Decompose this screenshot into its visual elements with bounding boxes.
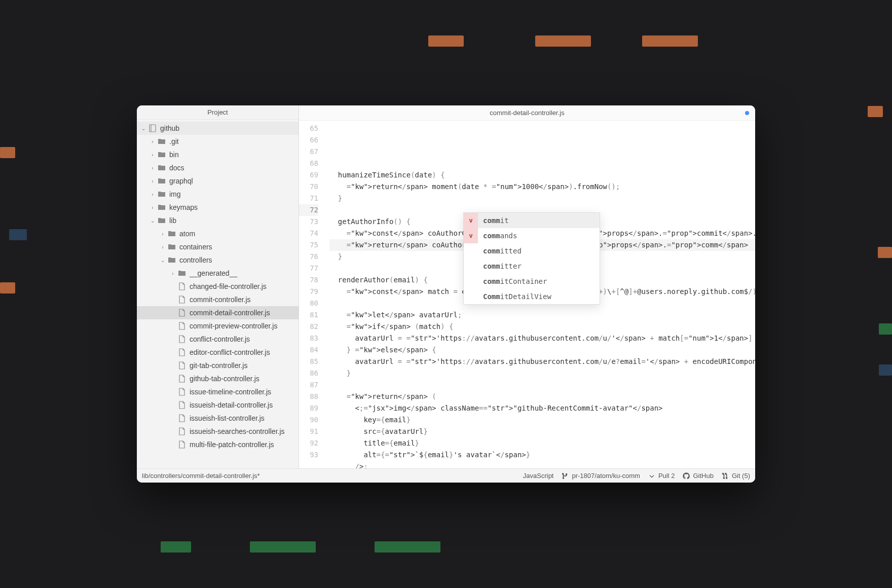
tree-folder[interactable]: ⌄github — [137, 122, 299, 135]
code-line[interactable]: ="kw">return</span> ( — [329, 391, 755, 402]
svg-rect-0 — [150, 125, 156, 132]
status-language[interactable]: JavaScript — [523, 472, 554, 480]
tree-folder[interactable]: ›atom — [137, 227, 299, 240]
code-area[interactable]: 6566676869707172737475767778798081828384… — [299, 121, 755, 468]
tree-folder[interactable]: ›containers — [137, 240, 299, 253]
tree-folder[interactable]: ›keymaps — [137, 201, 299, 214]
disclosure-icon[interactable]: › — [149, 165, 156, 171]
tree-label: multi-file-patch-controller.js — [190, 440, 274, 449]
status-pull[interactable]: Pull 2 — [648, 472, 675, 480]
code-line[interactable]: title={email} — [329, 437, 755, 449]
disclosure-icon[interactable]: › — [159, 244, 166, 250]
code-line[interactable]: ="kw">if</span> (match) { — [329, 321, 755, 333]
tree-label: atom — [179, 230, 195, 238]
bg-decor — [161, 541, 191, 553]
code-line[interactable]: src={avatarUrl} — [329, 426, 755, 437]
autocomplete-item[interactable]: committed — [464, 243, 600, 259]
folder-icon — [167, 229, 176, 238]
tree-file[interactable]: issueish-searches-controller.js — [137, 425, 299, 438]
autocomplete-item[interactable]: vcommit — [464, 213, 600, 228]
autocomplete-label: commitContainer — [483, 276, 547, 287]
tree-label: git-tab-controller.js — [190, 361, 247, 370]
autocomplete-item[interactable]: CommitDetailView — [464, 289, 600, 304]
status-github-label: GitHub — [693, 472, 713, 480]
folder-icon — [157, 203, 166, 212]
bg-decor — [878, 247, 892, 258]
folder-icon — [167, 242, 176, 251]
disclosure-icon[interactable]: › — [149, 178, 156, 184]
file-icon — [177, 335, 187, 344]
status-git[interactable]: Git (5) — [722, 472, 750, 480]
code-content[interactable]: humanizeTimeSince(date) { ="kw">return</… — [323, 121, 755, 468]
code-line[interactable]: ="kw">return</span> moment(date * ="num"… — [329, 181, 755, 193]
disclosure-icon[interactable]: › — [149, 152, 156, 158]
tree-folder[interactable]: ›docs — [137, 161, 299, 174]
status-file-path[interactable]: lib/controllers/commit-detail-controller… — [142, 472, 515, 480]
status-github[interactable]: GitHub — [683, 472, 713, 480]
folder-icon — [157, 163, 166, 172]
autocomplete-item[interactable]: commitContainer — [464, 274, 600, 289]
tree-folder[interactable]: ⌄controllers — [137, 253, 299, 267]
tree-folder[interactable]: ›graphql — [137, 174, 299, 188]
code-line[interactable]: } ="kw">else</span> { — [329, 344, 755, 356]
code-line[interactable]: } — [329, 368, 755, 379]
tree-file[interactable]: commit-controller.js — [137, 293, 299, 306]
code-line[interactable]: alt={="str">`${email}'s avatar`</span>} — [329, 449, 755, 461]
code-line[interactable]: humanizeTimeSince(date) { — [329, 169, 755, 181]
tree-label: issueish-searches-controller.js — [190, 427, 285, 435]
code-line[interactable]: key={email} — [329, 414, 755, 426]
autocomplete-item[interactable]: committer — [464, 259, 600, 274]
status-branch[interactable]: pr-1807/atom/ku-comm — [562, 472, 640, 480]
file-icon — [177, 282, 187, 291]
tree-file[interactable]: git-tab-controller.js — [137, 359, 299, 372]
code-line[interactable]: avatarUrl = ="str">'https://avatars.gith… — [329, 356, 755, 368]
disclosure-icon[interactable]: › — [159, 231, 166, 237]
tree-label: graphql — [169, 177, 193, 185]
code-line[interactable]: } — [329, 193, 755, 204]
tree-file[interactable]: changed-file-controller.js — [137, 280, 299, 293]
tree-label: controllers — [179, 256, 212, 264]
tree-file[interactable]: issue-timeline-controller.js — [137, 385, 299, 398]
file-tree[interactable]: ⌄github›.git›bin›docs›graphql›img›keymap… — [137, 120, 299, 468]
tree-folder[interactable]: ›__generated__ — [137, 267, 299, 280]
tree-folder[interactable]: ⌄lib — [137, 214, 299, 227]
tree-file[interactable]: issueish-list-controller.js — [137, 412, 299, 425]
disclosure-icon[interactable]: › — [149, 205, 156, 210]
tree-folder[interactable]: ›bin — [137, 148, 299, 161]
tab-bar[interactable]: commit-detail-controller.js — [299, 105, 755, 121]
code-line[interactable]: ="kw">let</span> avatarUrl; — [329, 309, 755, 321]
disclosure-icon[interactable]: › — [149, 192, 156, 197]
autocomplete-item[interactable]: vcommands — [464, 228, 600, 243]
tree-folder[interactable]: ›img — [137, 188, 299, 201]
tree-label: github-tab-controller.js — [190, 375, 259, 383]
disclosure-icon[interactable]: › — [169, 271, 176, 276]
code-line[interactable]: <;="jsx">img</span> className=="str">"gi… — [329, 402, 755, 414]
disclosure-icon[interactable]: ⌄ — [149, 218, 156, 224]
tab-title[interactable]: commit-detail-controller.js — [490, 109, 564, 117]
github-icon — [683, 472, 690, 480]
status-branch-label: pr-1807/atom/ku-comm — [572, 472, 640, 480]
tree-label: issueish-detail-controller.js — [190, 401, 273, 409]
disclosure-icon[interactable]: ⌄ — [140, 126, 147, 131]
autocomplete-popup[interactable]: vcommitvcommandscommittedcommittercommit… — [463, 212, 600, 305]
code-line[interactable] — [329, 158, 755, 169]
tree-file[interactable]: commit-detail-controller.js — [137, 306, 299, 319]
tree-label: commit-preview-controller.js — [190, 322, 277, 330]
tree-file[interactable]: github-tab-controller.js — [137, 372, 299, 385]
tree-label: commit-controller.js — [190, 296, 251, 304]
tree-label: lib — [169, 216, 176, 225]
code-line[interactable]: />; — [329, 461, 755, 468]
bg-decor — [9, 229, 27, 240]
disclosure-icon[interactable]: › — [149, 139, 156, 144]
code-line[interactable] — [329, 379, 755, 391]
tree-file[interactable]: commit-preview-controller.js — [137, 319, 299, 333]
tree-file[interactable]: conflict-controller.js — [137, 333, 299, 346]
tree-folder[interactable]: ›.git — [137, 135, 299, 148]
disclosure-icon[interactable]: ⌄ — [159, 258, 166, 263]
tree-file[interactable]: issueish-detail-controller.js — [137, 398, 299, 412]
tree-file[interactable]: multi-file-patch-controller.js — [137, 438, 299, 451]
file-icon — [177, 308, 187, 317]
folder-icon — [157, 216, 166, 225]
code-line[interactable]: avatarUrl = ="str">'https://avatars.gith… — [329, 333, 755, 344]
tree-file[interactable]: editor-conflict-controller.js — [137, 346, 299, 359]
